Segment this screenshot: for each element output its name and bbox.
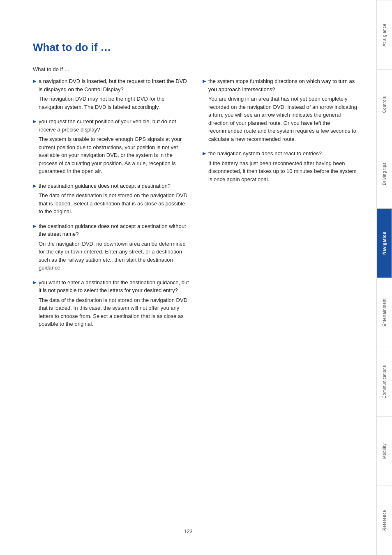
bullet-answer: The system is unable to receive enough G… [39,135,190,175]
left-bullet-item: ▶ the destination guidance does not acce… [33,222,190,272]
left-bullet-item: ▶ you request the current position of yo… [33,117,190,175]
left-bullet-item: ▶ the destination guidance does not acce… [33,182,190,216]
left-column: ▶ a navigation DVD is inserted, but the … [33,77,190,335]
bullet-arrow-icon: ▶ [33,78,36,85]
right-bullet-item: ▶ the system stops furnishing directions… [203,77,360,143]
sidebar-tab-label: At a glance [382,23,387,46]
bullet-answer: The navigation DVD may not be the right … [39,95,190,111]
bullet-text: the destination guidance does not accept… [39,182,190,216]
sidebar-tab-label: Communications [382,365,387,398]
bullet-arrow-icon: ▶ [33,118,36,125]
right-column: ▶ the system stops furnishing directions… [203,77,360,335]
bullet-question: the destination guidance does not accept… [39,223,186,237]
bullet-text: the system stops furnishing directions o… [208,77,360,143]
bullet-arrow-icon: ▶ [203,78,206,85]
bullet-answer: The data of the destination is not store… [39,191,190,216]
bullet-question: the destination guidance does not accept… [39,183,171,189]
page-container: What to do if … What to do if … ▶ a navi… [0,0,392,555]
bullet-answer: You are driving in an area that has not … [208,95,360,143]
bullet-question: you want to enter a destination for the … [39,279,189,294]
bullet-text: the navigation system does not react to … [208,150,360,183]
bullet-question: the system stops furnishing directions o… [208,78,355,92]
sidebar-tab-reference[interactable]: Reference [377,486,392,555]
page-number: 123 [184,528,193,534]
sidebar-tab-label: Controls [382,96,387,113]
sidebar-tab-at-a-glance[interactable]: At a glance [377,0,392,69]
section-intro: What to do if … [33,66,360,72]
bullet-question: you request the current position of your… [39,118,176,133]
sidebar: At a glanceControlsDriving tipsNavigatio… [376,0,392,555]
bullet-arrow-icon: ▶ [33,182,36,189]
sidebar-tab-driving-tips[interactable]: Driving tips [377,139,392,208]
bullet-question: the navigation system does not react to … [208,150,322,157]
two-column-layout: ▶ a navigation DVD is inserted, but the … [33,77,360,335]
right-bullet-item: ▶ the navigation system does not react t… [203,150,360,183]
bullet-arrow-icon: ▶ [203,150,206,157]
sidebar-tab-label: Entertainment [382,298,387,327]
bullet-answer: The data of the destination is not store… [39,296,190,328]
bullet-text: you want to enter a destination for the … [39,279,190,328]
main-content: What to do if … What to do if … ▶ a navi… [0,0,376,555]
sidebar-tab-entertainment[interactable]: Entertainment [377,278,392,347]
bullet-question: a navigation DVD is inserted, but the re… [39,78,187,92]
bullet-arrow-icon: ▶ [33,223,36,230]
bullet-text: the destination guidance does not accept… [39,222,190,272]
sidebar-tab-label: Mobility [382,443,387,459]
sidebar-tab-communications[interactable]: Communications [377,347,392,416]
bullet-arrow-icon: ▶ [33,279,36,286]
sidebar-tab-label: Navigation [382,232,387,255]
sidebar-tab-label: Reference [382,510,387,531]
bullet-text: a navigation DVD is inserted, but the re… [39,77,190,111]
sidebar-tab-label: Driving tips [382,162,387,185]
sidebar-tab-controls[interactable]: Controls [377,69,392,139]
bullet-text: you request the current position of your… [39,117,190,175]
page-title: What to do if … [33,41,360,54]
left-bullet-item: ▶ a navigation DVD is inserted, but the … [33,77,190,111]
left-bullet-item: ▶ you want to enter a destination for th… [33,279,190,328]
bullet-answer: If the battery has just been reconnected… [208,159,360,184]
sidebar-tab-navigation[interactable]: Navigation [377,208,392,278]
sidebar-tab-mobility[interactable]: Mobility [377,416,392,486]
bullet-answer: On the navigation DVD, no downtown area … [39,240,190,272]
